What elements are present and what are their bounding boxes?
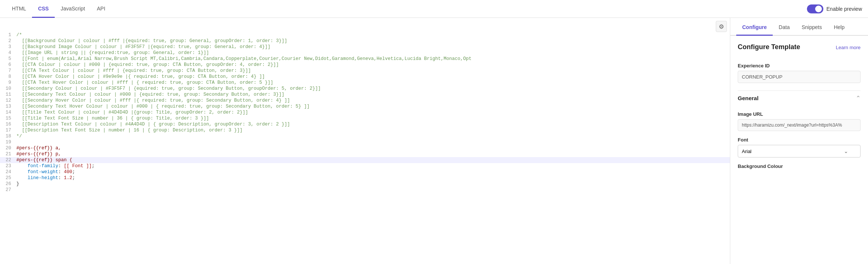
collapse-icon[interactable]: ⌃ — [856, 95, 861, 102]
line-number: 15 — [0, 115, 15, 121]
chevron-down-icon: ⌄ — [844, 148, 848, 154]
general-label: General — [738, 95, 759, 101]
tab-css[interactable]: CSS — [32, 0, 55, 18]
font-select-display[interactable]: Arial ⌄ — [738, 145, 861, 158]
tab-configure[interactable]: Configure — [736, 20, 773, 36]
line-number: 23 — [0, 163, 15, 169]
line-number: 6 — [0, 62, 15, 68]
code-editor[interactable]: ⚙ 1/*2 [[Background Colour | colour | #f… — [0, 18, 730, 264]
gear-icon: ⚙ — [719, 23, 724, 30]
line-number: 27 — [0, 187, 15, 193]
line-content: [[Description Text Font Size | number | … — [15, 127, 730, 133]
line-content: [[Secondary Text Colour | colour | #000 … — [15, 92, 730, 98]
line-content: /* — [15, 32, 730, 38]
right-panel: Configure Data Snippets Help Configure T… — [730, 18, 868, 264]
line-content: #pers-{{ref}} span { — [15, 157, 730, 163]
line-content: [[Image URL | string || {required:true, … — [15, 50, 730, 56]
line-content: */ — [15, 133, 730, 139]
line-content: [[Secondary Text Hover Colour | colour |… — [15, 104, 730, 109]
preview-label: Enable preview — [826, 6, 862, 12]
gear-button[interactable]: ⚙ — [716, 21, 727, 32]
line-content: line-height: 1.2; — [15, 175, 730, 181]
line-content: [[Background Colour | colour | #fff |{eq… — [15, 38, 730, 44]
general-section-header: General ⌃ — [738, 90, 861, 105]
line-number: 13 — [0, 104, 15, 109]
tab-api[interactable]: API — [91, 0, 111, 18]
image-url-label: Image URL — [738, 111, 861, 117]
font-label: Font — [738, 137, 861, 143]
configure-title: Configure Template — [738, 43, 800, 51]
line-content: [[CTA Hover Color | colour | #9e9e9e |{ … — [15, 74, 730, 80]
line-content: [[CTA Colour | colour | #000 | {equired:… — [15, 62, 730, 68]
line-content: [[Title Text Font Size | number | 36 | {… — [15, 115, 730, 121]
line-content — [15, 187, 730, 193]
line-number: 12 — [0, 98, 15, 104]
experience-id-label: Experience ID — [738, 63, 861, 69]
line-number: 16 — [0, 121, 15, 127]
line-number: 22 — [0, 157, 15, 163]
line-content: [[CTA Text Colour | colour | #fff | {equ… — [15, 68, 730, 74]
line-number: 3 — [0, 44, 15, 50]
line-number: 11 — [0, 92, 15, 98]
image-url-value: https://haramizu.com/_next/image?url=htt… — [738, 119, 861, 131]
top-tab-bar: HTML CSS JavaScript API Enable preview — [0, 0, 868, 18]
line-content: [[Background Image Colour | colour | #F3… — [15, 44, 730, 50]
tab-help[interactable]: Help — [828, 20, 851, 36]
line-number: 18 — [0, 133, 15, 139]
line-content: #pers-{{ref}} p, — [15, 151, 730, 157]
tab-html[interactable]: HTML — [6, 0, 32, 18]
line-content: font-family: [[ Font ]]; — [15, 163, 730, 169]
line-content: [[Font | enum(Arial,Arial Narrow,Brush S… — [15, 56, 730, 62]
line-content: [[Secondary Colour | colour | #F3F5F7 | … — [15, 86, 730, 92]
line-content: [[Secondary Hover Color | colour | #fff … — [15, 98, 730, 104]
line-number: 5 — [0, 56, 15, 62]
line-content: [[Description Text Colour | colour | #4A… — [15, 121, 730, 127]
preview-toggle-area: Enable preview — [807, 4, 862, 13]
line-number: 2 — [0, 38, 15, 44]
enable-preview-toggle[interactable] — [807, 4, 823, 13]
main-content: ⚙ 1/*2 [[Background Colour | colour | #f… — [0, 18, 868, 264]
bg-colour-label: Background Colour — [738, 163, 861, 171]
right-tab-bar: Configure Data Snippets Help — [730, 18, 868, 36]
line-number: 20 — [0, 145, 15, 151]
line-number: 21 — [0, 151, 15, 157]
line-number: 24 — [0, 169, 15, 175]
tab-snippets[interactable]: Snippets — [796, 20, 828, 36]
font-value: Arial — [742, 149, 751, 154]
font-dropdown[interactable]: Arial ⌄ — [738, 145, 861, 158]
line-number: 10 — [0, 86, 15, 92]
line-number: 4 — [0, 50, 15, 56]
line-content — [15, 139, 730, 145]
line-number: 7 — [0, 68, 15, 74]
right-panel-body: Configure Template Learn more Experience… — [730, 36, 868, 171]
line-number: 1 — [0, 32, 15, 38]
line-content: } — [15, 181, 730, 187]
line-number: 9 — [0, 80, 15, 86]
line-content: font-weight: 400; — [15, 169, 730, 175]
line-content: [[Title Text Colour | colour | #4D4D4D |… — [15, 109, 730, 115]
learn-more-link[interactable]: Learn more — [836, 45, 861, 50]
code-table: 1/*2 [[Background Colour | colour | #fff… — [0, 32, 730, 193]
line-number: 14 — [0, 109, 15, 115]
line-number: 17 — [0, 127, 15, 133]
experience-id-value: CORNER_POPUP — [738, 71, 861, 83]
line-number: 25 — [0, 175, 15, 181]
line-number: 19 — [0, 139, 15, 145]
tab-javascript[interactable]: JavaScript — [55, 0, 91, 18]
line-content: #pers-{{ref}} a, — [15, 145, 730, 151]
line-number: 8 — [0, 74, 15, 80]
line-content: [[CTA Text Hover Color | colour | #fff |… — [15, 80, 730, 86]
line-number: 26 — [0, 181, 15, 187]
tab-data[interactable]: Data — [773, 20, 796, 36]
